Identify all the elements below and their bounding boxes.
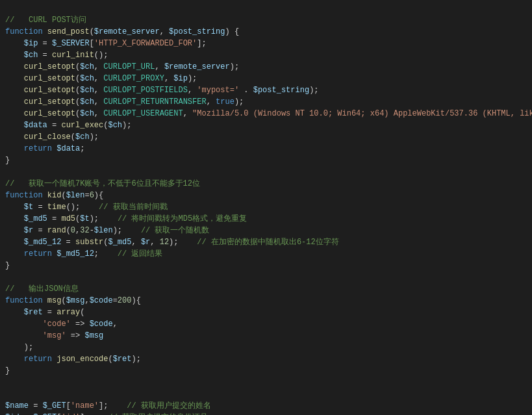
code-line: }: [0, 260, 532, 271]
code-line: curl_close($ch);: [0, 131, 532, 143]
code-line: function msg($msg,$code=200){: [0, 295, 532, 307]
line-content: function msg($msg,$code=200){: [5, 295, 527, 307]
line-content: curl_setopt($ch, CURLOPT_USERAGENT, "Moz…: [5, 108, 532, 119]
line-content: curl_setopt($ch, CURLOPT_URL, $remote_se…: [5, 61, 527, 73]
code-line: [0, 166, 532, 178]
line-content: curl_setopt($ch, CURLOPT_RETURNTRANSFER,…: [5, 96, 527, 108]
line-content: );: [5, 342, 527, 353]
line-content: curl_setopt($ch, CURLOPT_PROXY, $ip);: [5, 73, 527, 84]
code-line: // CURL POST访问: [0, 14, 532, 26]
code-line: curl_setopt($ch, CURLOPT_PROXY, $ip);: [0, 73, 532, 84]
line-content: return $data;: [5, 143, 527, 155]
code-line: function send_post($remote_server, $post…: [0, 26, 532, 38]
code-line: }: [0, 365, 532, 377]
line-content: 'msg' => $msg: [5, 330, 527, 342]
code-line: [0, 377, 532, 388]
line-content: }: [5, 260, 527, 271]
code-line: );: [0, 342, 532, 353]
line-content: }: [5, 155, 527, 166]
code-line: [0, 388, 532, 400]
line-content: // 获取一个随机7K账号，不低于6位且不能多于12位: [5, 178, 527, 190]
line-content: function send_post($remote_server, $post…: [5, 26, 527, 38]
code-line: $data = curl_exec($ch);: [0, 119, 532, 131]
line-content: return json_encode($ret);: [5, 353, 527, 365]
code-line: $_md5_12 = substr($_md5, $r, 12); // 在加密…: [0, 236, 532, 248]
code-line: curl_setopt($ch, CURLOPT_RETURNTRANSFER,…: [0, 96, 532, 108]
code-line: // 输出JSON信息: [0, 283, 532, 295]
code-line: $ip = $_SERVER['HTTP_X_FORWARDED_FOR'];: [0, 38, 532, 49]
line-content: $ch = curl_init();: [5, 49, 527, 61]
line-content: [5, 377, 527, 388]
code-line: curl_setopt($ch, CURLOPT_USERAGENT, "Moz…: [0, 108, 532, 119]
code-line: function kid($len=6){: [0, 190, 532, 201]
code-line: // 获取一个随机7K账号，不低于6位且不能多于12位: [0, 178, 532, 190]
code-line: return json_encode($ret);: [0, 353, 532, 365]
code-line: $_md5 = md5($t); // 将时间戳转为MD5格式，避免重复: [0, 213, 532, 225]
code-line: 'msg' => $msg: [0, 330, 532, 342]
line-content: // CURL POST访问: [5, 14, 527, 26]
line-content: $id = $_GET['id']; // 获取用户提交的身份证号: [5, 412, 527, 415]
line-content: $r = rand(0,32-$len); // 获取一个随机数: [5, 225, 527, 236]
line-content: $t = time(); // 获取当前时间戳: [5, 201, 527, 213]
code-line: curl_setopt($ch, CURLOPT_URL, $remote_se…: [0, 61, 532, 73]
code-line: $ch = curl_init();: [0, 49, 532, 61]
line-content: $_md5_12 = substr($_md5, $r, 12); // 在加密…: [5, 236, 527, 248]
code-line: return $data;: [0, 143, 532, 155]
code-line: return $_md5_12; // 返回结果: [0, 248, 532, 260]
code-line: $t = time(); // 获取当前时间戳: [0, 201, 532, 213]
line-content: $name = $_GET['name']; // 获取用户提交的姓名: [5, 400, 527, 412]
line-content: $_md5 = md5($t); // 将时间戳转为MD5格式，避免重复: [5, 213, 527, 225]
line-content: // 输出JSON信息: [5, 283, 527, 295]
code-editor: // CURL POST访问function send_post($remote…: [0, 0, 532, 415]
code-line: $id = $_GET['id']; // 获取用户提交的身份证号: [0, 412, 532, 415]
code-line: }: [0, 155, 532, 166]
line-content: [5, 388, 527, 400]
line-content: curl_setopt($ch, CURLOPT_POSTFIELDS, 'my…: [5, 84, 527, 96]
line-content: return $_md5_12; // 返回结果: [5, 248, 527, 260]
line-content: $ip = $_SERVER['HTTP_X_FORWARDED_FOR'];: [5, 38, 527, 49]
code-line: curl_setopt($ch, CURLOPT_POSTFIELDS, 'my…: [0, 84, 532, 96]
code-line: $ret = array(: [0, 307, 532, 318]
line-content: $ret = array(: [5, 307, 527, 318]
line-content: }: [5, 365, 527, 377]
code-line: $name = $_GET['name']; // 获取用户提交的姓名: [0, 400, 532, 412]
code-line: 'code' => $code,: [0, 318, 532, 330]
code-line: [0, 271, 532, 283]
line-content: function kid($len=6){: [5, 190, 527, 201]
line-content: curl_close($ch);: [5, 131, 527, 143]
line-content: $data = curl_exec($ch);: [5, 119, 527, 131]
line-content: [5, 271, 527, 283]
code-line: $r = rand(0,32-$len); // 获取一个随机数: [0, 225, 532, 236]
line-content: 'code' => $code,: [5, 318, 527, 330]
line-content: [5, 166, 527, 178]
